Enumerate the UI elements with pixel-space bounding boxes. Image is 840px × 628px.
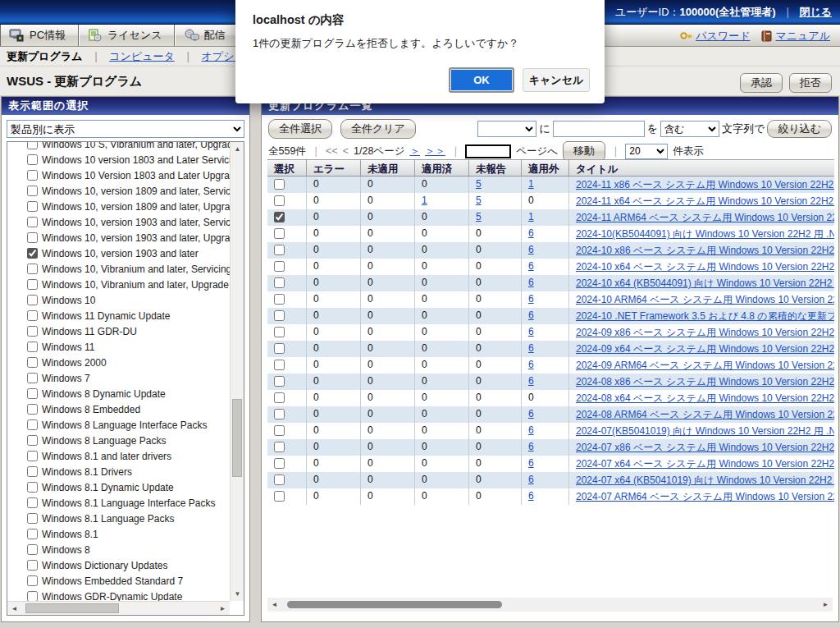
product-item[interactable]: Windows 8 [7,542,230,557]
product-item[interactable]: Windows 10 S, Vibranium and later, Upgra… [7,141,230,152]
row-checkbox[interactable] [274,458,285,469]
product-checkbox[interactable] [27,466,38,477]
scroll-right-arrow-icon[interactable]: ► [216,602,230,616]
product-item[interactable]: Windows 10, Vibranium and later, Servici… [7,261,230,277]
not-applicable-count-cell[interactable]: 6 [522,374,569,390]
not-applicable-count-cell[interactable]: 1 [522,176,569,193]
product-item[interactable]: Windows 8.1 Dynamic Update [7,479,230,495]
clear-all-button[interactable]: 全件クリア [340,119,416,139]
filter-field-select[interactable] [477,121,536,137]
product-item[interactable]: Windows 11 GDR-DU [7,323,230,339]
scroll-right-arrow-icon[interactable]: ► [819,598,833,612]
product-checkbox[interactable] [27,544,38,555]
product-item[interactable]: Windows 8.1 Language Interface Packs [7,495,230,511]
product-item[interactable]: Windows 10 Version 1803 and Later Upgrad… [7,167,230,183]
vscroll-thumb[interactable] [232,399,242,477]
not-applicable-count-cell[interactable]: 6 [522,275,569,291]
last-page-link[interactable]: ＞＞ [425,144,445,158]
row-checkbox[interactable] [274,376,285,387]
scroll-left-arrow-icon[interactable]: ◄ [267,598,281,612]
product-list-vscrollbar[interactable]: ▲ ▼ [230,142,244,601]
row-checkbox[interactable] [274,327,285,337]
product-checkbox[interactable] [27,170,38,181]
product-checkbox[interactable] [27,497,38,508]
pc-info-button[interactable]: PC情報 [0,25,79,46]
not-applicable-count-cell[interactable]: 6 [522,357,569,374]
not-applicable-count-cell[interactable]: 6 [522,456,569,472]
product-checkbox[interactable] [27,248,38,259]
row-checkbox[interactable] [274,195,285,206]
approve-button[interactable]: 承認 [740,73,783,93]
product-item[interactable]: Windows 10 version 1803 and Later Servic… [7,152,230,167]
next-page-link[interactable]: ＞ [409,144,420,158]
product-checkbox[interactable] [27,217,38,227]
update-title-link[interactable]: 2024-07 x86 ベース システム用 Windows 10 Version… [576,442,834,453]
not-applicable-count-cell[interactable]: 6 [522,341,569,357]
product-checkbox[interactable] [27,141,38,149]
applied-count-cell[interactable]: 1 [415,193,469,209]
close-link[interactable]: 閉じる [799,5,832,20]
dialog-cancel-button[interactable]: キャンセル [523,68,590,92]
product-checkbox[interactable] [27,373,38,383]
product-item[interactable]: Windows 7 [7,370,230,386]
product-item[interactable]: Windows 11 Dynamic Update [7,308,230,323]
update-title-link[interactable]: 2024-10 .NET Framework 3.5 および 4.8 の累積的な… [576,310,834,322]
view-mode-select[interactable]: 製品別に表示 [7,120,244,138]
product-checkbox[interactable] [27,435,38,446]
update-title-link[interactable]: 2024-10 x86 ベース システム用 Windows 10 Version… [576,245,834,256]
scroll-down-arrow-icon[interactable]: ▼ [231,587,244,601]
product-item[interactable]: Windows 8.1 [7,526,230,542]
row-checkbox[interactable] [274,245,285,255]
product-checkbox[interactable] [27,513,38,524]
update-title-link[interactable]: 2024-09 x64 ベース システム用 Windows 10 Version… [576,343,834,355]
product-checkbox[interactable] [27,310,38,321]
update-title-link[interactable]: 2024-11 x64 ベース システム用 Windows 10 Version… [576,195,834,207]
update-title-link[interactable]: 2024-08 x64 ベース システム用 Windows 10 Version… [576,392,834,404]
not-applicable-count-cell[interactable]: 1 [522,209,569,226]
scroll-left-arrow-icon[interactable]: ◄ [7,602,21,616]
product-item[interactable]: Windows 8.1 and later drivers [7,448,230,464]
product-item[interactable]: Windows GDR-Dynamic Update [7,589,230,601]
scroll-up-arrow-icon[interactable]: ▲ [231,142,244,156]
not-applicable-count-cell[interactable]: 6 [522,488,569,505]
update-title-link[interactable]: 2024-10(KB5044091) 向け Windows 10 Version… [576,228,834,240]
product-item[interactable]: Windows 8 Language Interface Packs [7,417,230,433]
product-checkbox[interactable] [27,575,38,586]
product-item[interactable]: Windows 8 Language Packs [7,433,230,448]
license-button[interactable]: ライセンス [79,25,175,46]
goto-page-input[interactable] [465,144,511,158]
product-item[interactable]: Windows 10, version 1903 and later, Serv… [7,214,230,230]
row-checkbox[interactable] [274,343,285,354]
update-title-link[interactable]: 2024-10 x64 ベース システム用 Windows 10 Version… [576,261,834,273]
row-checkbox[interactable] [274,392,285,403]
product-item[interactable]: Windows 10, version 1809 and later, Serv… [7,183,230,199]
manual-link[interactable]: マニュアル [775,29,830,44]
update-title-link[interactable]: 2024-08 x86 ベース システム用 Windows 10 Version… [576,376,834,387]
filter-match-select[interactable]: 含む [660,121,719,137]
page-size-select[interactable]: 20 [625,144,668,159]
not-applicable-count-cell[interactable]: 6 [522,472,569,488]
row-checkbox[interactable] [274,294,285,305]
product-checkbox[interactable] [27,560,38,571]
update-title-link[interactable]: 2024-08 ARM64 ベース システム用 Windows 10 Versi… [576,409,834,420]
row-checkbox[interactable] [274,409,285,419]
product-checkbox[interactable] [27,451,38,461]
product-checkbox[interactable] [27,419,38,430]
table-hscrollbar[interactable]: ◄ ► [267,598,833,612]
product-item[interactable]: Windows Dictionary Updates [7,557,230,573]
product-item[interactable]: Windows 10, version 1903 and later [7,245,230,261]
product-checkbox[interactable] [27,529,38,539]
product-item[interactable]: Windows Embedded Standard 7 [7,573,230,589]
product-item[interactable]: Windows 8 Dynamic Update [7,386,230,401]
not-applicable-count-cell[interactable]: 6 [522,291,569,308]
product-checkbox[interactable] [27,357,38,368]
not-reported-count-cell[interactable]: 5 [469,209,522,226]
update-title-link[interactable]: 2024-11 ARM64 ベース システム用 Windows 10 Versi… [576,212,834,223]
product-item[interactable]: Windows 2000 [7,355,230,370]
filter-keyword-input[interactable] [553,121,645,137]
product-checkbox[interactable] [27,154,38,165]
product-item[interactable]: Windows 10 [7,292,230,308]
product-item[interactable]: Windows 8.1 Language Packs [7,511,230,526]
product-checkbox[interactable] [27,201,38,212]
row-checkbox[interactable] [274,179,285,190]
